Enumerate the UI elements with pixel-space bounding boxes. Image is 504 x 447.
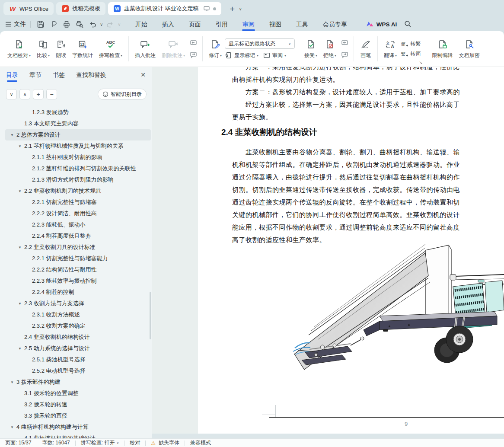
sidebar-scrollbar[interactable]	[150, 292, 151, 339]
collapse-arrow-icon[interactable]: ▼	[10, 380, 15, 384]
status-page-indicator[interactable]: 页面: 15/37	[5, 439, 32, 447]
toc-item[interactable]: ▼2.2 韭菜收割机割刀的技术规范	[5, 185, 151, 197]
toc-item[interactable]: 3.3 拨禾轮的直径	[5, 410, 151, 421]
toc-item[interactable]: 1.2.3 发展趋势	[5, 107, 151, 118]
next-comment-button[interactable]	[188, 50, 199, 60]
toc-item[interactable]: 3.2 拨禾轮的转速	[5, 399, 151, 410]
sidebar-tab-bookmarks[interactable]: 书签	[53, 67, 65, 82]
toc-item[interactable]: 2.1.1 茎杆刚度对切割的影响	[5, 152, 151, 163]
toc-item[interactable]: 1.3 本文研究主要内容	[5, 118, 151, 129]
toc-item[interactable]: 2.3.1 收割方法概述	[5, 309, 151, 320]
status-word-count[interactable]: 字数: 16047	[42, 439, 70, 447]
previous-change-button[interactable]	[339, 38, 351, 48]
toc-item[interactable]: 2.2.3 能耗低、振动小	[5, 219, 151, 230]
toc-item[interactable]: ▼2.1 茎杆物理机械性质及其与切割的关系	[5, 140, 151, 152]
menu-home[interactable]: 开始	[128, 18, 155, 31]
toc-item[interactable]: 2.2.3 能耗效率与振动控制	[5, 275, 151, 287]
file-menu-button[interactable]: 文件	[5, 20, 26, 28]
menu-page[interactable]: 页面	[182, 18, 208, 31]
toc-item[interactable]: ▼2.5 动力系统的选择与设计	[5, 343, 151, 354]
toc-item[interactable]: 2.2.1 切割完整性与防堵塞	[5, 197, 151, 208]
collapse-arrow-icon[interactable]: ▼	[17, 144, 22, 148]
sidebar-tab-chapters[interactable]: 章节	[29, 67, 41, 82]
export-pdf-button[interactable]	[48, 19, 59, 29]
print-button[interactable]	[61, 19, 72, 29]
zoom-out-button[interactable]: −	[46, 89, 57, 99]
close-sidebar-icon[interactable]: ✕	[140, 71, 146, 78]
compare-button[interactable]: 比较▾	[34, 37, 53, 61]
status-missing-font[interactable]: ⚠ 缺失字体	[151, 439, 179, 447]
undo-chevron-icon[interactable]: ∨	[100, 22, 103, 27]
menu-insert[interactable]: 插入	[155, 18, 182, 31]
toc-item[interactable]: ▼3 拨禾部件的构建	[5, 377, 151, 388]
status-compat-mode[interactable]: 兼容模式	[190, 439, 211, 447]
menu-view[interactable]: 视图	[262, 18, 289, 31]
tab-docer-templates[interactable]: 找稻壳模板	[56, 2, 105, 15]
toc-item[interactable]: 2.2.1 切割完整性与防堵塞能力	[5, 253, 151, 264]
accept-button[interactable]: 接受▾	[301, 37, 320, 61]
collapse-arrow-icon[interactable]: ▼	[17, 302, 22, 306]
sidebar-tab-contents[interactable]: 目录	[6, 67, 18, 82]
toc-item[interactable]: 2.2.4 割茬高度低且整齐	[5, 230, 151, 242]
redo-button[interactable]	[105, 19, 116, 29]
collapse-arrow-icon[interactable]: ▼	[17, 189, 22, 193]
expand-all-button[interactable]: ∨	[6, 89, 17, 99]
collapse-arrow-icon[interactable]: ▼	[10, 425, 15, 429]
wps-ai-button[interactable]: WPS AI	[366, 21, 397, 28]
delete-comment-button[interactable]: 删除批注▾	[159, 37, 188, 61]
toc-item[interactable]: 2.1.3 滑切方式对切割阻力的影响	[5, 174, 151, 185]
previous-comment-button[interactable]	[188, 38, 199, 48]
toc-item[interactable]: 3.1 拨禾轮的位置调整	[5, 388, 151, 399]
dialog-launcher-icon[interactable]: ↘	[419, 60, 422, 65]
toc-item[interactable]: 2.4 韭菜收割机的结构设计	[5, 332, 151, 343]
status-spell-check[interactable]: 拼写检查: 打开 ∨	[81, 439, 119, 447]
word-count-button[interactable]: 12 字数统计	[69, 37, 96, 61]
collapse-arrow-icon[interactable]: ▼	[17, 246, 22, 249]
collapse-arrow-icon[interactable]: ▼	[10, 133, 15, 137]
toc-item[interactable]: 2.5.2 电动机型号选择	[5, 365, 151, 377]
ink-pen-button[interactable]: 画笔	[357, 37, 374, 61]
tab-wps-office[interactable]: W WPS Office	[3, 2, 54, 15]
toc-item[interactable]: 2.3.2 收割方案的确定	[5, 320, 151, 332]
toc-item[interactable]: 4.1 曲柄连杆机构的基础设计	[5, 433, 151, 438]
markup-state-select[interactable]: 显示标记的最终状态 ∨	[225, 38, 295, 49]
translate-button[interactable]: 文A 翻译▾	[381, 37, 400, 61]
spell-check-button[interactable]: ABC 拼写检查▾	[96, 37, 125, 61]
search-icon[interactable]	[404, 20, 411, 29]
redo-chevron-icon[interactable]: ∨	[118, 22, 121, 27]
toc-item[interactable]: 2.2.4 割茬的控制	[5, 287, 151, 298]
undo-button[interactable]	[87, 19, 98, 29]
toc-item[interactable]: 2.2.2 结构简洁性与耐用性	[5, 264, 151, 275]
toc-item[interactable]: 2.2.2 设计简洁、耐用性高	[5, 208, 151, 219]
simplified-to-traditional-button[interactable]: 简 转繁	[400, 40, 421, 48]
document-page[interactable]: 方案一：采用往复式割刀进行收割，结构简单，易于设计和制造，性价比 曲柄摇杆机构实…	[198, 67, 504, 434]
collapse-all-button[interactable]: ∧	[19, 89, 30, 99]
menu-tools[interactable]: 工具	[289, 18, 316, 31]
traditional-to-simplified-button[interactable]: 繁 转简	[400, 50, 421, 57]
save-button[interactable]	[35, 19, 46, 29]
toc-item[interactable]: ▼2.2 韭菜收割刀具的设计标准	[5, 242, 151, 253]
menu-reference[interactable]: 引用	[208, 18, 235, 31]
doc-proofread-button[interactable]: a 文档校对▾	[4, 37, 34, 61]
toc-item[interactable]: ▼2.3 收割方法与方案选择	[5, 298, 151, 309]
menu-membership[interactable]: 会员专享	[316, 18, 354, 31]
next-change-button[interactable]	[339, 50, 351, 60]
sidebar-tab-find-replace[interactable]: 查找和替换	[76, 67, 106, 82]
tab-document[interactable]: W 韭菜收割机设计 毕业论文定稿	[108, 2, 221, 15]
status-proofread[interactable]: 校对	[130, 439, 140, 447]
toc-item[interactable]: ▼4 曲柄连杆机构的构建与计算	[5, 421, 151, 433]
print-preview-button[interactable]	[74, 19, 85, 29]
restrict-editing-button[interactable]: 限制编辑	[429, 37, 456, 61]
reject-button[interactable]: 拒绝▾	[320, 37, 339, 61]
tab-list-chevron-icon[interactable]: ∨	[239, 6, 242, 11]
insert-comment-button[interactable]: 插入批注	[132, 37, 159, 61]
show-markup-button[interactable]: 显示标记▾	[225, 51, 258, 59]
toc-item[interactable]: 2.1.2 茎秆纤维的排列与切割效果的关联性	[5, 163, 151, 174]
collapse-arrow-icon[interactable]: ▼	[17, 347, 22, 351]
new-tab-button[interactable]: ＋	[228, 3, 236, 14]
read-aloud-button[interactable]: 朗读	[53, 37, 69, 61]
toc-item[interactable]: ▼2 总体方案的设计	[5, 129, 151, 140]
toc-item[interactable]: 2.5.1 柴油机型号选择	[5, 354, 151, 365]
track-changes-button[interactable]: 修订▾	[206, 37, 225, 61]
encrypt-document-button[interactable]: 文档加密	[456, 37, 483, 61]
